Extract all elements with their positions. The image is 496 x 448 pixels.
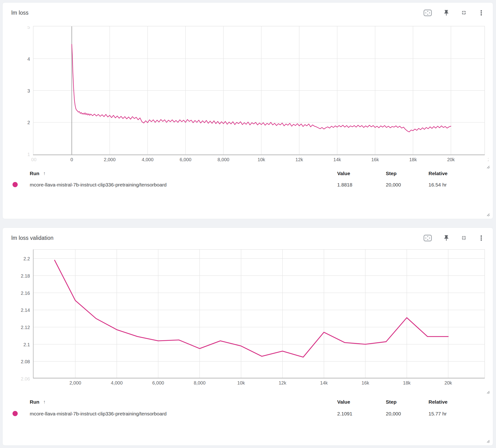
pin-button[interactable] (443, 9, 450, 16)
x-tick-label: 4,000 (111, 380, 123, 385)
series-line (55, 260, 448, 357)
metric-card-lm-loss: lm loss (2, 2, 493, 219)
x-tick-label: 18k (403, 380, 411, 385)
run-value: 2.1091 (337, 411, 352, 416)
x-tick-label: 20k (444, 380, 452, 385)
x-tick-label: 2 (487, 157, 489, 162)
card-header: lm loss validation (11, 233, 484, 242)
chart-resize-handle[interactable] (486, 390, 490, 394)
line-chart-lm-loss[interactable]: 543210002,0004,0006,0008,00010k12k14k16k… (7, 20, 489, 162)
sort-ascending-icon[interactable]: ↑ (43, 171, 46, 176)
run-column-header[interactable]: Run (30, 171, 39, 176)
chart-title: lm loss (11, 10, 29, 16)
resize-grip-icon (486, 439, 490, 443)
relative-column-header[interactable]: Relative (429, 171, 448, 176)
y-tick-label: 2.14 (21, 307, 30, 313)
x-axis-tick-labels: 0002,0004,0006,0008,00010k12k14k16k18k20… (31, 157, 489, 162)
x-tick-label: 18k (409, 157, 417, 162)
y-tick-label: 2.06 (21, 376, 30, 382)
resize-grip-icon (486, 390, 490, 394)
run-table-header: Run ↑ Value Step Relative (3, 398, 493, 406)
y-tick-label: 3 (27, 88, 30, 94)
run-name: mcore-llava-mistral-7b-instruct-clip336-… (30, 182, 167, 188)
x-tick-label: 10k (237, 380, 245, 385)
run-color-marker (13, 411, 18, 416)
x-tick-label: 12k (295, 157, 303, 162)
chart-resize-handle[interactable] (486, 165, 490, 169)
value-column-header[interactable]: Value (337, 399, 350, 405)
collapse-button[interactable] (461, 234, 467, 242)
resize-grip-icon (486, 165, 490, 169)
card-toolbar (423, 234, 484, 242)
x-tick-label: 8,000 (217, 157, 229, 162)
more-options-icon (478, 10, 484, 16)
run-name: mcore-llava-mistral-7b-instruct-clip336-… (30, 411, 167, 416)
x-tick-label: 00 (31, 157, 36, 162)
y-axis-tick-labels: 2.22.182.162.142.122.12.082.06 (21, 256, 30, 382)
x-tick-label: 4,000 (141, 157, 153, 162)
y-axis-tick-labels: 54321 (27, 25, 30, 157)
y-tick-label: 2.12 (21, 325, 30, 330)
collapse-icon (461, 235, 467, 241)
fit-to-viewport-icon (423, 9, 432, 16)
x-tick-label: 0 (71, 157, 73, 162)
collapse-icon (461, 9, 467, 16)
run-step: 20,000 (386, 411, 401, 416)
x-tick-label: 2,000 (69, 380, 81, 385)
plot-border (33, 250, 485, 378)
run-table-header: Run ↑ Value Step Relative (3, 170, 493, 178)
y-tick-label: 2.18 (21, 273, 30, 279)
x-tick-label: 8,000 (194, 380, 205, 385)
resize-grip-icon (486, 213, 490, 217)
x-tick-label: 16k (371, 157, 379, 162)
x-tick-label: 10k (257, 157, 265, 162)
card-resize-handle[interactable] (486, 439, 490, 443)
card-toolbar (423, 9, 484, 16)
pin-icon (443, 235, 450, 241)
y-tick-label: 2.08 (21, 359, 30, 364)
run-color-marker (13, 182, 18, 187)
x-tick-label: 16k (361, 380, 369, 385)
y-tick-label: 4 (27, 56, 30, 62)
more-options-button[interactable] (478, 234, 484, 242)
fit-to-viewport-button[interactable] (423, 234, 432, 242)
run-step: 20,000 (386, 182, 401, 188)
y-tick-label: 2.16 (21, 290, 30, 296)
x-tick-label: 14k (320, 380, 328, 385)
relative-column-header[interactable]: Relative (429, 399, 448, 405)
sort-ascending-icon[interactable]: ↑ (43, 399, 46, 405)
metric-card-lm-loss-validation: lm loss validation (2, 227, 493, 446)
step-column-header[interactable]: Step (386, 399, 397, 405)
x-tick-label: 6,000 (152, 380, 164, 385)
x-tick-label: 12k (279, 380, 286, 385)
x-tick-label: 14k (333, 157, 341, 162)
collapse-button[interactable] (461, 9, 467, 16)
y-tick-label: 2.2 (23, 256, 30, 261)
more-options-button[interactable] (478, 9, 484, 16)
x-axis-tick-labels: 2,0004,0006,0008,00010k12k14k16k18k20k (69, 380, 452, 385)
card-header: lm loss (11, 8, 484, 17)
run-relative-time: 16.54 hr (429, 182, 447, 188)
run-value: 1.8818 (337, 182, 352, 188)
more-options-icon (478, 235, 484, 241)
pin-icon (443, 9, 450, 16)
run-table-row[interactable]: mcore-llava-mistral-7b-instruct-clip336-… (3, 410, 493, 418)
pin-button[interactable] (443, 234, 450, 242)
chart-title: lm loss validation (11, 235, 54, 241)
fit-to-viewport-icon (423, 234, 432, 242)
line-chart-lm-loss-validation[interactable]: 2.22.182.162.142.122.12.082.062,0004,000… (7, 244, 489, 385)
card-resize-handle[interactable] (486, 213, 490, 217)
x-tick-label: 2,000 (104, 157, 116, 162)
y-tick-label: 2 (27, 120, 30, 125)
run-table-row[interactable]: mcore-llava-mistral-7b-instruct-clip336-… (3, 181, 493, 189)
x-tick-label: 6,000 (180, 157, 191, 162)
fit-to-viewport-button[interactable] (423, 9, 432, 16)
run-relative-time: 15.77 hr (429, 411, 447, 416)
y-tick-label: 1 (27, 152, 30, 157)
value-column-header[interactable]: Value (337, 171, 350, 176)
y-tick-label: 2.1 (23, 342, 30, 347)
step-column-header[interactable]: Step (386, 171, 397, 176)
x-tick-label: 20k (447, 157, 455, 162)
run-column-header[interactable]: Run (30, 399, 39, 405)
y-tick-label: 5 (27, 25, 30, 30)
